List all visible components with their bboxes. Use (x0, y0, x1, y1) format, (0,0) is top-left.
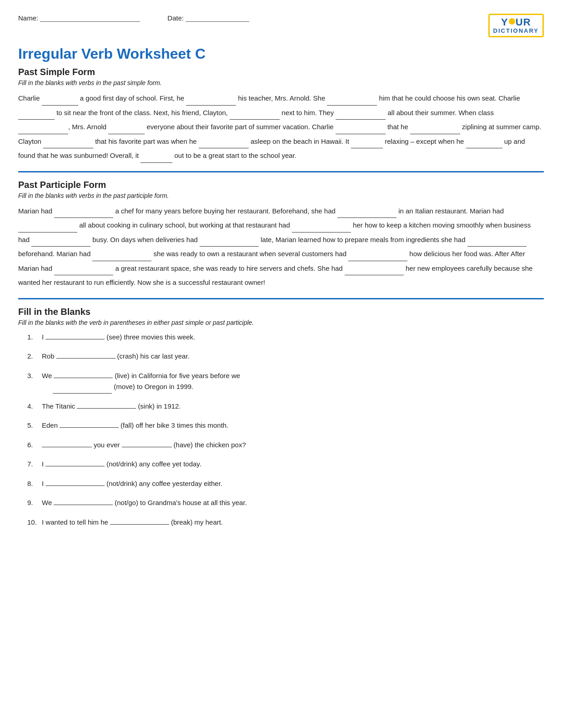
section-past-simple-instructions: Fill in the blanks with verbs in the pas… (18, 79, 544, 86)
blank-pp-11[interactable] (345, 267, 404, 275)
fill-blanks-list: 1. I (see) three movies this week. 2. Ro… (18, 331, 544, 529)
blank-ps-10[interactable] (410, 126, 460, 134)
past-participle-paragraph: Marian had a chef for many years before … (18, 204, 544, 290)
logo-circle-icon (509, 18, 515, 25)
list-item: 8. I (not/drink) any coffee yesterday ei… (27, 477, 544, 490)
page-title: Irregular Verb Worksheet C (18, 46, 544, 62)
blank-fb-7[interactable] (45, 458, 105, 466)
blank-ps-11[interactable] (43, 140, 93, 148)
list-item: 9. We (not/go) to Grandma's house at all… (27, 496, 544, 510)
logo-ur: UR (516, 17, 531, 28)
list-item: 7. I (not/drink) any coffee yet today. (27, 458, 544, 471)
blank-fb-10[interactable] (110, 516, 169, 525)
blank-fb-6a[interactable] (42, 439, 92, 447)
blank-pp-6[interactable] (200, 238, 259, 247)
blank-pp-1[interactable] (54, 210, 113, 218)
name-line (40, 14, 140, 22)
section-fill-blanks-instructions: Fill in the blanks with the verb in pare… (18, 319, 544, 326)
blank-ps-5[interactable] (230, 111, 280, 120)
blank-ps-1[interactable] (42, 97, 78, 106)
blank-pp-10[interactable] (54, 267, 113, 275)
blank-pp-2[interactable] (337, 210, 396, 218)
logo: Y UR DICTIONARY (488, 14, 544, 37)
section-past-participle-heading: Past Participle Form (18, 180, 544, 190)
name-field: Name: (18, 14, 140, 22)
list-item: 3. We (live) in California for five year… (27, 369, 544, 394)
section-past-simple: Past Simple Form Fill in the blanks with… (18, 67, 544, 163)
date-line (186, 14, 249, 22)
blank-fb-1[interactable] (45, 331, 105, 339)
blank-fb-8[interactable] (45, 478, 105, 486)
section-past-participle: Past Participle Form Fill in the blanks … (18, 180, 544, 290)
name-date-row: Name: Date: (18, 14, 488, 22)
blank-fb-3b[interactable] (53, 385, 112, 394)
blank-ps-3[interactable] (327, 97, 377, 106)
blank-ps-14[interactable] (466, 140, 502, 148)
blank-ps-8[interactable] (108, 126, 145, 134)
blank-fb-2[interactable] (56, 350, 115, 359)
blank-fb-3a[interactable] (54, 370, 113, 378)
blank-pp-3[interactable] (18, 224, 77, 233)
blank-ps-4[interactable] (18, 111, 55, 120)
blank-fb-5[interactable] (60, 420, 119, 428)
logo-y: Y (501, 17, 508, 28)
blank-fb-6b[interactable] (122, 439, 172, 447)
logo-bottom: DICTIONARY (493, 28, 539, 34)
section-fill-blanks-heading: Fill in the Blanks (18, 307, 544, 317)
blank-pp-4[interactable] (292, 224, 351, 233)
blank-pp-5[interactable] (31, 238, 90, 247)
section-past-simple-heading: Past Simple Form (18, 67, 544, 77)
blank-pp-9[interactable] (348, 253, 407, 261)
list-item: 6. you ever (have) the chicken pox? (27, 439, 544, 452)
blank-fb-4[interactable] (77, 400, 136, 409)
list-item: 10. I wanted to tell him he (break) my h… (27, 516, 544, 529)
blank-pp-7[interactable] (467, 238, 527, 247)
section-past-participle-instructions: Fill in the blanks with verbs in the pas… (18, 192, 544, 199)
blank-ps-12[interactable] (199, 140, 249, 148)
list-item: 2. Rob (crash) his car last year. (27, 350, 544, 363)
blank-ps-7[interactable] (18, 126, 68, 134)
list-item: 5. Eden (fall) off her bike 3 times this… (27, 419, 544, 432)
list-item: 4. The Titanic (sink) in 1912. (27, 400, 544, 413)
divider-1 (18, 171, 544, 172)
blank-ps-15[interactable] (140, 155, 172, 163)
blank-fb-9[interactable] (54, 497, 113, 505)
list-item: 1. I (see) three movies this week. (27, 331, 544, 344)
blank-ps-9[interactable] (336, 126, 386, 134)
header: Name: Date: Y UR DICTIONARY (18, 14, 544, 37)
blank-ps-2[interactable] (186, 97, 236, 106)
divider-2 (18, 298, 544, 299)
date-field: Date: (167, 14, 249, 22)
past-simple-paragraph: Charlie a good first day of school. Firs… (18, 91, 544, 163)
blank-ps-13[interactable] (351, 140, 383, 148)
blank-ps-6[interactable] (336, 111, 386, 120)
section-fill-blanks: Fill in the Blanks Fill in the blanks wi… (18, 307, 544, 529)
blank-pp-8[interactable] (92, 253, 151, 261)
